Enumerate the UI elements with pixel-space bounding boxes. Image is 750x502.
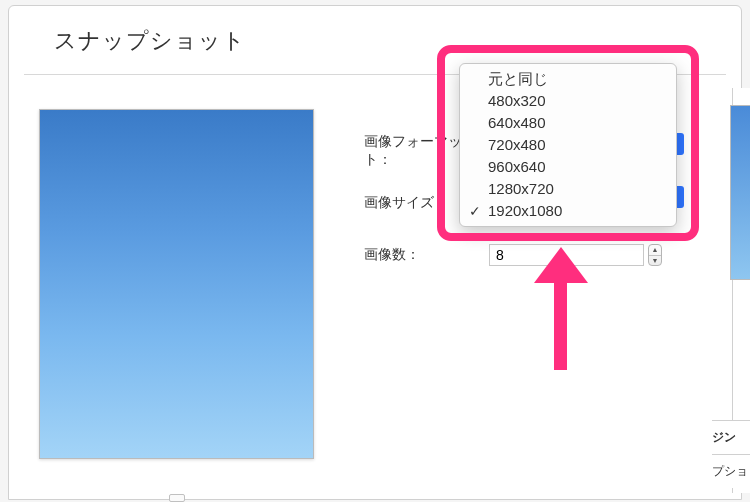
stepper-down-icon[interactable]: ▼ — [649, 255, 661, 266]
size-option[interactable]: 960x640 — [460, 156, 676, 178]
size-option[interactable]: 640x480 — [460, 112, 676, 134]
image-count-input[interactable] — [489, 244, 644, 266]
label-image-count: 画像数： — [364, 246, 489, 264]
preview-thumbnail — [39, 109, 314, 459]
right-panel-labels: ジン プショ — [712, 420, 750, 488]
pager-indicator — [169, 494, 185, 502]
right-panel-thumbnail — [730, 105, 750, 280]
row-image-count: 画像数： ▲ ▼ — [364, 241, 662, 269]
image-count-control: ▲ ▼ — [489, 244, 662, 266]
size-option[interactable]: 720x480 — [460, 134, 676, 156]
size-option[interactable]: 1280x720 — [460, 178, 676, 200]
image-count-stepper[interactable]: ▲ ▼ — [648, 244, 662, 266]
size-option[interactable]: 元と同じ — [460, 68, 676, 90]
size-option[interactable]: 480x320 — [460, 90, 676, 112]
size-option-selected[interactable]: 1920x1080 — [460, 200, 676, 222]
right-panel-text-2: プショ — [712, 454, 750, 488]
image-size-dropdown-menu: 元と同じ 480x320 640x480 720x480 960x640 128… — [459, 63, 677, 227]
right-panel-text-1: ジン — [712, 420, 750, 454]
stepper-up-icon[interactable]: ▲ — [649, 245, 661, 255]
